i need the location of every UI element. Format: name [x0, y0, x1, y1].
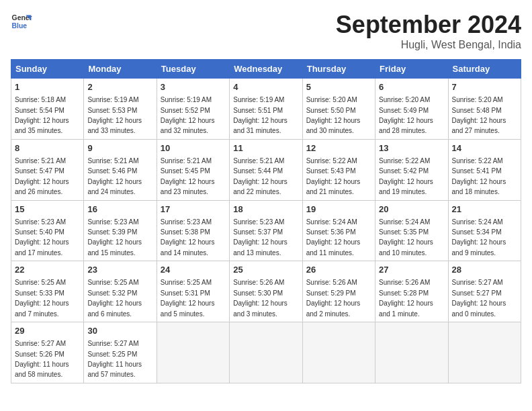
- day-number: 10: [161, 142, 226, 154]
- day-number: 2: [87, 81, 152, 93]
- calendar-day: 16Sunrise: 5:23 AM Sunset: 5:39 PM Dayli…: [84, 200, 157, 261]
- day-number: 16: [87, 203, 152, 216]
- day-detail: Sunrise: 5:19 AM Sunset: 5:53 PM Dayligh…: [87, 96, 142, 134]
- calendar-week-5: 29Sunrise: 5:27 AM Sunset: 5:26 PM Dayli…: [11, 322, 521, 383]
- calendar-day: 7Sunrise: 5:20 AM Sunset: 5:48 PM Daylig…: [448, 79, 521, 140]
- col-monday: Monday: [84, 60, 157, 79]
- calendar-day: 22Sunrise: 5:25 AM Sunset: 5:33 PM Dayli…: [11, 261, 84, 322]
- day-detail: Sunrise: 5:19 AM Sunset: 5:51 PM Dayligh…: [233, 96, 287, 134]
- calendar-day: 26Sunrise: 5:26 AM Sunset: 5:29 PM Dayli…: [302, 261, 375, 322]
- calendar-week-1: 1Sunrise: 5:18 AM Sunset: 5:54 PM Daylig…: [11, 79, 521, 140]
- day-detail: Sunrise: 5:26 AM Sunset: 5:30 PM Dayligh…: [233, 279, 287, 317]
- day-detail: Sunrise: 5:20 AM Sunset: 5:50 PM Dayligh…: [306, 96, 361, 134]
- calendar-week-2: 8Sunrise: 5:21 AM Sunset: 5:47 PM Daylig…: [11, 139, 521, 200]
- day-number: 20: [379, 203, 444, 216]
- calendar-day: 1Sunrise: 5:18 AM Sunset: 5:54 PM Daylig…: [11, 79, 84, 140]
- day-detail: Sunrise: 5:22 AM Sunset: 5:41 PM Dayligh…: [452, 157, 506, 195]
- day-detail: Sunrise: 5:25 AM Sunset: 5:33 PM Dayligh…: [15, 279, 69, 317]
- day-detail: Sunrise: 5:21 AM Sunset: 5:47 PM Dayligh…: [15, 157, 69, 195]
- day-number: 24: [161, 264, 226, 276]
- day-number: 26: [306, 264, 371, 276]
- col-thursday: Thursday: [302, 60, 375, 79]
- calendar-day: 28Sunrise: 5:27 AM Sunset: 5:27 PM Dayli…: [448, 261, 521, 322]
- day-detail: Sunrise: 5:27 AM Sunset: 5:25 PM Dayligh…: [87, 340, 142, 378]
- day-number: 13: [379, 142, 444, 154]
- day-detail: Sunrise: 5:26 AM Sunset: 5:29 PM Dayligh…: [306, 279, 361, 317]
- logo: General Blue: [11, 11, 32, 32]
- calendar-day: 24Sunrise: 5:25 AM Sunset: 5:31 PM Dayli…: [157, 261, 229, 322]
- day-number: 11: [233, 142, 298, 154]
- day-number: 7: [452, 81, 517, 93]
- col-tuesday: Tuesday: [157, 60, 229, 79]
- day-number: 28: [452, 264, 517, 276]
- calendar-day: 25Sunrise: 5:26 AM Sunset: 5:30 PM Dayli…: [230, 261, 302, 322]
- location: Hugli, West Bengal, India: [336, 39, 521, 51]
- day-number: 8: [15, 142, 80, 154]
- calendar-day: 19Sunrise: 5:24 AM Sunset: 5:36 PM Dayli…: [302, 200, 375, 261]
- calendar-day: 29Sunrise: 5:27 AM Sunset: 5:26 PM Dayli…: [11, 322, 84, 383]
- day-detail: Sunrise: 5:22 AM Sunset: 5:42 PM Dayligh…: [379, 157, 433, 195]
- day-detail: Sunrise: 5:25 AM Sunset: 5:31 PM Dayligh…: [161, 279, 215, 317]
- day-detail: Sunrise: 5:18 AM Sunset: 5:54 PM Dayligh…: [15, 96, 69, 134]
- day-detail: Sunrise: 5:19 AM Sunset: 5:52 PM Dayligh…: [161, 96, 215, 134]
- col-saturday: Saturday: [448, 60, 521, 79]
- calendar-day: 12Sunrise: 5:22 AM Sunset: 5:43 PM Dayli…: [302, 139, 375, 200]
- svg-text:Blue: Blue: [12, 22, 28, 30]
- day-number: 29: [15, 325, 80, 337]
- day-detail: Sunrise: 5:21 AM Sunset: 5:46 PM Dayligh…: [87, 157, 142, 195]
- calendar-day: 15Sunrise: 5:23 AM Sunset: 5:40 PM Dayli…: [11, 200, 84, 261]
- day-number: 12: [306, 142, 371, 154]
- day-detail: Sunrise: 5:23 AM Sunset: 5:40 PM Dayligh…: [15, 218, 69, 257]
- day-detail: Sunrise: 5:24 AM Sunset: 5:35 PM Dayligh…: [379, 218, 433, 257]
- title-area: September 2024 Hugli, West Bengal, India: [336, 11, 521, 51]
- calendar-day: 5Sunrise: 5:20 AM Sunset: 5:50 PM Daylig…: [302, 79, 375, 140]
- day-detail: Sunrise: 5:21 AM Sunset: 5:45 PM Dayligh…: [161, 157, 215, 195]
- day-number: 14: [452, 142, 517, 154]
- calendar-day: [302, 322, 375, 383]
- day-detail: Sunrise: 5:27 AM Sunset: 5:27 PM Dayligh…: [452, 279, 506, 317]
- day-number: 6: [379, 81, 444, 93]
- calendar-day: 14Sunrise: 5:22 AM Sunset: 5:41 PM Dayli…: [448, 139, 521, 200]
- day-detail: Sunrise: 5:24 AM Sunset: 5:34 PM Dayligh…: [452, 218, 506, 257]
- day-number: 15: [15, 203, 80, 216]
- calendar-day: 20Sunrise: 5:24 AM Sunset: 5:35 PM Dayli…: [375, 200, 448, 261]
- calendar-week-4: 22Sunrise: 5:25 AM Sunset: 5:33 PM Dayli…: [11, 261, 521, 322]
- day-detail: Sunrise: 5:20 AM Sunset: 5:49 PM Dayligh…: [379, 96, 433, 134]
- day-number: 5: [306, 81, 371, 93]
- day-detail: Sunrise: 5:27 AM Sunset: 5:26 PM Dayligh…: [15, 340, 69, 378]
- day-detail: Sunrise: 5:24 AM Sunset: 5:36 PM Dayligh…: [306, 218, 361, 257]
- calendar-day: 6Sunrise: 5:20 AM Sunset: 5:49 PM Daylig…: [375, 79, 448, 140]
- day-number: 27: [379, 264, 444, 276]
- calendar-day: 4Sunrise: 5:19 AM Sunset: 5:51 PM Daylig…: [230, 79, 302, 140]
- col-wednesday: Wednesday: [230, 60, 302, 79]
- page-header: General Blue September 2024 Hugli, West …: [11, 11, 521, 51]
- day-number: 23: [87, 264, 152, 276]
- day-number: 25: [233, 264, 298, 276]
- calendar-day: 3Sunrise: 5:19 AM Sunset: 5:52 PM Daylig…: [157, 79, 229, 140]
- calendar-day: 23Sunrise: 5:25 AM Sunset: 5:32 PM Dayli…: [84, 261, 157, 322]
- day-detail: Sunrise: 5:20 AM Sunset: 5:48 PM Dayligh…: [452, 96, 506, 134]
- day-detail: Sunrise: 5:23 AM Sunset: 5:37 PM Dayligh…: [233, 218, 287, 257]
- calendar-day: 17Sunrise: 5:23 AM Sunset: 5:38 PM Dayli…: [157, 200, 229, 261]
- day-number: 17: [161, 203, 226, 216]
- calendar-day: [375, 322, 448, 383]
- day-number: 21: [452, 203, 517, 216]
- col-sunday: Sunday: [11, 60, 84, 79]
- calendar-table: Sunday Monday Tuesday Wednesday Thursday…: [11, 59, 521, 383]
- day-detail: Sunrise: 5:23 AM Sunset: 5:39 PM Dayligh…: [87, 218, 142, 257]
- day-number: 19: [306, 203, 371, 216]
- calendar-day: 13Sunrise: 5:22 AM Sunset: 5:42 PM Dayli…: [375, 139, 448, 200]
- calendar-day: 10Sunrise: 5:21 AM Sunset: 5:45 PM Dayli…: [157, 139, 229, 200]
- calendar-day: 11Sunrise: 5:21 AM Sunset: 5:44 PM Dayli…: [230, 139, 302, 200]
- day-number: 9: [87, 142, 152, 154]
- day-detail: Sunrise: 5:25 AM Sunset: 5:32 PM Dayligh…: [87, 279, 142, 317]
- day-number: 4: [233, 81, 298, 93]
- calendar-day: 30Sunrise: 5:27 AM Sunset: 5:25 PM Dayli…: [84, 322, 157, 383]
- day-number: 3: [161, 81, 226, 93]
- calendar-week-3: 15Sunrise: 5:23 AM Sunset: 5:40 PM Dayli…: [11, 200, 521, 261]
- day-detail: Sunrise: 5:26 AM Sunset: 5:28 PM Dayligh…: [379, 279, 433, 317]
- month-title: September 2024: [336, 11, 521, 39]
- day-detail: Sunrise: 5:23 AM Sunset: 5:38 PM Dayligh…: [161, 218, 215, 257]
- calendar-day: 21Sunrise: 5:24 AM Sunset: 5:34 PM Dayli…: [448, 200, 521, 261]
- calendar-day: [230, 322, 302, 383]
